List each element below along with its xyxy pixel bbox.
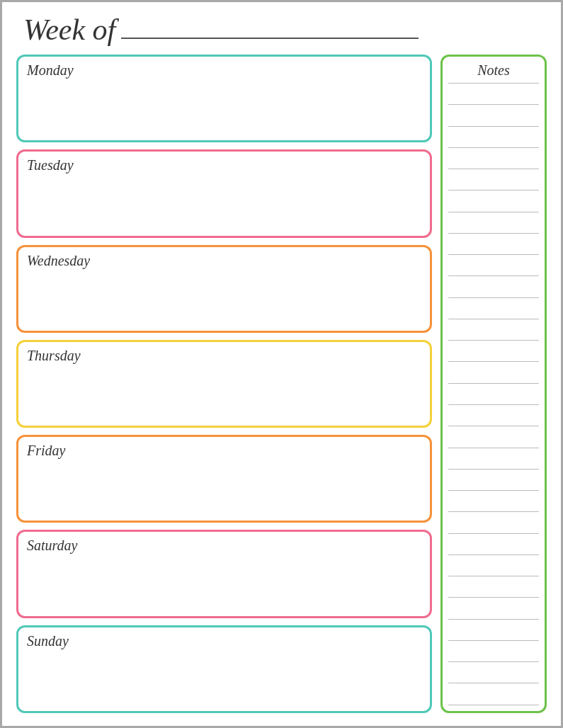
note-line	[448, 254, 539, 255]
note-line	[448, 361, 539, 362]
day-label-saturday: Saturday	[27, 538, 77, 553]
note-line	[448, 426, 539, 426]
weekly-planner: Week of Monday Tuesday Wednesday Thursda…	[0, 0, 563, 728]
note-line	[448, 212, 539, 212]
note-line	[448, 683, 539, 683]
day-box-friday[interactable]: Friday	[16, 435, 432, 523]
day-label-friday: Friday	[27, 443, 65, 458]
days-column: Monday Tuesday Wednesday Thursday Friday…	[16, 55, 432, 713]
note-line	[448, 469, 539, 470]
date-line	[121, 38, 419, 39]
day-label-sunday: Sunday	[27, 633, 69, 649]
day-box-thursday[interactable]: Thursday	[16, 340, 432, 428]
day-label-thursday: Thursday	[27, 348, 81, 363]
note-line	[448, 147, 539, 148]
note-line	[448, 190, 539, 190]
day-label-tuesday: Tuesday	[27, 157, 74, 173]
note-line	[448, 169, 539, 169]
note-line	[448, 404, 539, 405]
note-line	[448, 275, 539, 276]
note-line	[448, 554, 539, 555]
note-line	[448, 533, 539, 534]
day-box-wednesday[interactable]: Wednesday	[16, 245, 432, 333]
note-line	[448, 104, 539, 105]
note-line	[448, 448, 539, 448]
main-content: Monday Tuesday Wednesday Thursday Friday…	[16, 55, 547, 713]
day-label-monday: Monday	[27, 62, 74, 78]
header: Week of	[16, 15, 547, 45]
note-line	[448, 297, 539, 298]
note-line	[448, 383, 539, 384]
notes-title: Notes	[448, 62, 539, 79]
day-box-monday[interactable]: Monday	[16, 55, 432, 142]
note-line	[448, 576, 539, 576]
note-line	[448, 319, 539, 319]
notes-column[interactable]: Notes	[440, 55, 547, 713]
note-line	[448, 490, 539, 491]
day-box-saturday[interactable]: Saturday	[16, 530, 432, 618]
day-label-wednesday: Wednesday	[27, 253, 90, 268]
day-box-tuesday[interactable]: Tuesday	[16, 149, 432, 237]
note-line	[448, 126, 539, 127]
note-line	[448, 340, 539, 341]
note-line	[448, 705, 539, 705]
week-of-label: Week of	[23, 15, 115, 45]
note-line	[448, 83, 539, 84]
note-line	[448, 511, 539, 512]
note-line	[448, 597, 539, 598]
note-line	[448, 661, 539, 662]
day-box-sunday[interactable]: Sunday	[16, 625, 432, 713]
note-line	[448, 619, 539, 620]
note-line	[448, 640, 539, 641]
note-line	[448, 233, 539, 234]
notes-lines	[448, 83, 539, 705]
